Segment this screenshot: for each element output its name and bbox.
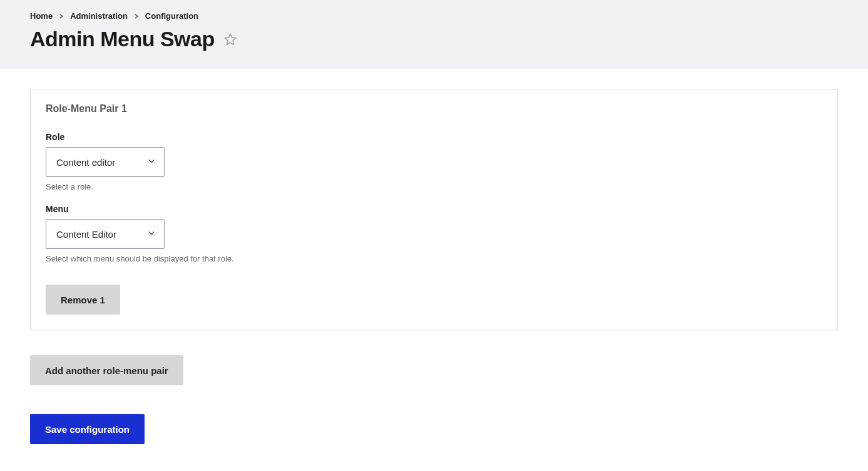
breadcrumb-link-administration[interactable]: Administration bbox=[70, 11, 128, 21]
add-another-button[interactable]: Add another role-menu pair bbox=[30, 355, 183, 385]
role-label: Role bbox=[46, 132, 822, 142]
menu-description: Select which menu should be displayed fo… bbox=[46, 254, 822, 263]
breadcrumb-link-configuration[interactable]: Configuration bbox=[145, 11, 198, 21]
role-menu-pair-fieldset: Role-Menu Pair 1 Role Content editor Sel… bbox=[30, 89, 838, 330]
role-select[interactable]: Content editor bbox=[46, 147, 165, 177]
star-icon[interactable] bbox=[223, 33, 237, 46]
role-description: Select a role. bbox=[46, 182, 822, 191]
breadcrumb-link-home[interactable]: Home bbox=[30, 11, 53, 21]
fieldset-legend: Role-Menu Pair 1 bbox=[46, 103, 822, 114]
chevron-right-icon bbox=[59, 14, 64, 19]
page-title: Admin Menu Swap bbox=[30, 27, 215, 51]
save-configuration-button[interactable]: Save configuration bbox=[30, 414, 145, 444]
remove-button[interactable]: Remove 1 bbox=[46, 285, 120, 315]
menu-label: Menu bbox=[46, 204, 822, 214]
chevron-right-icon bbox=[134, 14, 139, 19]
breadcrumb: Home Administration Configuration bbox=[30, 11, 838, 21]
menu-select[interactable]: Content Editor bbox=[46, 219, 165, 249]
